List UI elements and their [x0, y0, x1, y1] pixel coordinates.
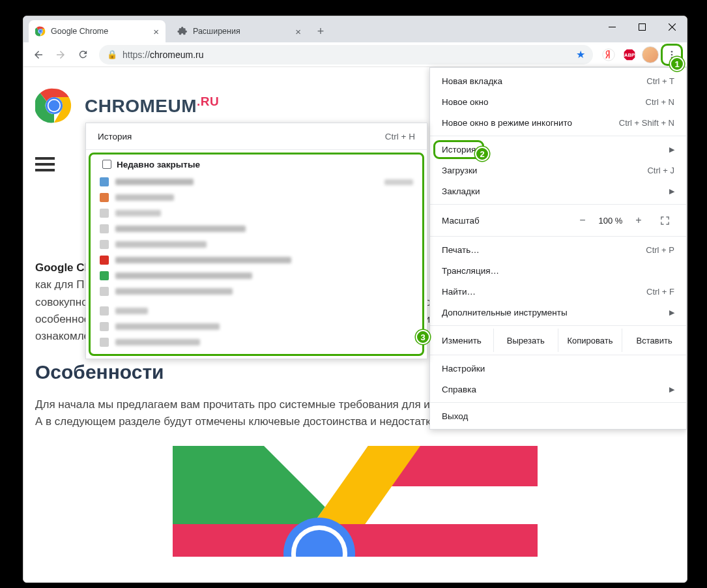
chrome-icon — [35, 26, 46, 37]
tab-inactive[interactable]: Расширения × — [171, 20, 308, 42]
menu-help[interactable]: Справка▶ — [430, 379, 686, 400]
zoom-out-button[interactable]: − — [571, 211, 594, 230]
chevron-right-icon: ▶ — [669, 308, 674, 317]
menu-edit-row: Изменить Вырезать Копировать Вставить — [430, 329, 686, 352]
minimize-button[interactable] — [597, 16, 627, 37]
menu-separator — [86, 149, 427, 150]
article-image — [173, 446, 538, 557]
recent-item[interactable] — [91, 268, 422, 284]
recent-item[interactable] — [91, 334, 422, 350]
yandex-extension-icon[interactable] — [599, 46, 618, 64]
recent-item[interactable] — [91, 303, 422, 319]
menu-new-window[interactable]: Новое окноCtrl + N — [430, 91, 686, 112]
recent-item[interactable] — [91, 252, 422, 268]
menu-exit[interactable]: Выход — [430, 405, 686, 426]
tab-strip: Google Chrome × Расширения × + — [23, 16, 687, 42]
svg-point-3 — [39, 30, 42, 33]
svg-point-8 — [671, 51, 673, 53]
back-button[interactable] — [29, 45, 48, 65]
menu-new-tab[interactable]: Новая вкладкаCtrl + T — [430, 70, 686, 91]
svg-rect-5 — [639, 23, 645, 30]
callout-badge-2: 2 — [475, 147, 489, 161]
toolbar: 🔒 https://chromeum.ru ★ ABP — [23, 42, 687, 67]
profile-avatar[interactable] — [641, 46, 659, 64]
zoom-value: 100 % — [594, 216, 628, 226]
history-submenu: История Ctrl + H Недавно закрытые — [85, 123, 427, 359]
recent-item[interactable] — [91, 284, 422, 299]
svg-text:ABP: ABP — [624, 52, 635, 58]
avatar — [642, 46, 659, 63]
site-logo — [35, 87, 73, 125]
callout-badge-1: 1 — [670, 57, 684, 71]
history-open[interactable]: История Ctrl + H — [86, 126, 427, 147]
menu-settings[interactable]: Настройки — [430, 358, 686, 379]
recently-closed-box: Недавно закрытые — [89, 153, 424, 356]
menu-history[interactable]: История▶ — [430, 139, 686, 160]
tab-title: Google Chrome — [51, 27, 108, 36]
zoom-in-button[interactable]: + — [628, 211, 650, 230]
recent-item[interactable] — [91, 237, 422, 252]
menu-more-tools[interactable]: Дополнительные инструменты▶ — [430, 302, 686, 323]
callout-badge-3: 3 — [416, 330, 430, 344]
chevron-right-icon: ▶ — [669, 145, 674, 154]
menu-separator — [430, 236, 686, 237]
recently-closed-heading: Недавно закрытые — [91, 154, 422, 174]
maximize-button[interactable] — [627, 16, 657, 37]
svg-rect-4 — [609, 27, 616, 27]
window-controls — [597, 16, 687, 42]
recent-item[interactable] — [91, 205, 422, 221]
close-button[interactable] — [657, 16, 687, 37]
url-scheme: https:// — [123, 50, 150, 60]
lock-icon: 🔒 — [107, 50, 117, 59]
menu-downloads[interactable]: ЗагрузкиCtrl + J — [430, 160, 686, 181]
extensions-icon — [177, 26, 188, 37]
menu-separator — [430, 204, 686, 205]
edit-paste-button[interactable]: Вставить — [622, 329, 686, 352]
menu-incognito[interactable]: Новое окно в режиме инкогнитоCtrl + Shif… — [430, 112, 686, 133]
menu-print[interactable]: Печать…Ctrl + P — [430, 239, 686, 260]
chevron-right-icon: ▶ — [669, 385, 674, 394]
site-title: CHROMEUM.RU — [85, 95, 219, 117]
reload-button[interactable] — [73, 45, 93, 65]
tab-icon — [102, 160, 111, 169]
url-host: chromeum.ru — [150, 50, 203, 60]
tab-close-icon[interactable]: × — [153, 26, 159, 37]
chrome-main-menu: Новая вкладкаCtrl + T Новое окноCtrl + N… — [429, 67, 687, 430]
menu-find[interactable]: Найти…Ctrl + F — [430, 281, 686, 302]
menu-cast[interactable]: Трансляция… — [430, 260, 686, 281]
tab-title: Расширения — [193, 27, 240, 36]
edit-copy-button[interactable]: Копировать — [558, 329, 622, 352]
menu-separator — [430, 136, 686, 136]
chevron-right-icon: ▶ — [669, 187, 674, 196]
browser-window: Google Chrome × Расширения × + 🔒 https:/… — [23, 16, 687, 583]
recent-item[interactable] — [91, 319, 422, 334]
edit-cut-button[interactable]: Вырезать — [493, 329, 558, 352]
tab-close-icon[interactable]: × — [295, 26, 301, 37]
menu-separator — [430, 325, 686, 326]
recent-item[interactable] — [91, 174, 422, 190]
menu-zoom: Масштаб − 100 % + — [430, 207, 686, 233]
bookmark-star-icon[interactable]: ★ — [576, 48, 585, 61]
fullscreen-icon[interactable] — [655, 211, 674, 230]
edit-label: Изменить — [430, 329, 493, 352]
svg-point-14 — [49, 100, 60, 111]
svg-point-9 — [671, 53, 673, 55]
menu-bookmarks[interactable]: Закладки▶ — [430, 181, 686, 201]
adblock-extension-icon[interactable]: ABP — [620, 46, 639, 64]
tab-active[interactable]: Google Chrome × — [29, 20, 166, 42]
menu-separator — [430, 355, 686, 355]
new-tab-button[interactable]: + — [311, 22, 330, 40]
forward-button[interactable] — [51, 45, 70, 65]
address-bar[interactable]: 🔒 https://chromeum.ru ★ — [99, 45, 593, 65]
recent-item[interactable] — [91, 190, 422, 205]
recent-item[interactable] — [91, 221, 422, 237]
svg-rect-19 — [173, 524, 538, 557]
menu-separator — [430, 402, 686, 403]
